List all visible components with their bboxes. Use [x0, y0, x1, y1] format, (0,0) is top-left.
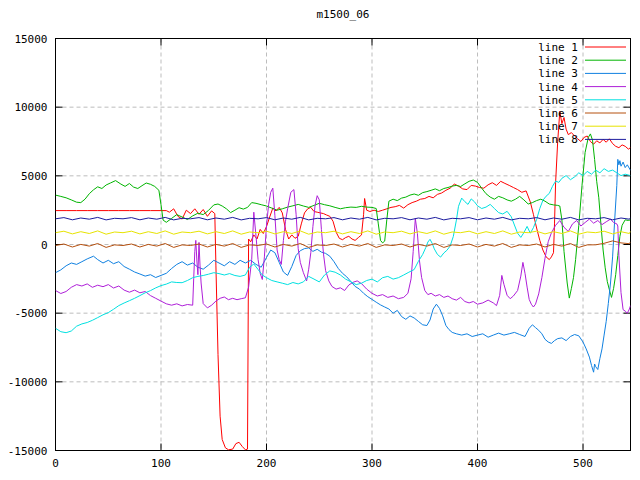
x-tick-label: 500: [573, 457, 593, 470]
series-line-1: [56, 111, 631, 450]
data-series: [56, 111, 631, 450]
x-tick-label: 300: [362, 457, 382, 470]
legend-label-1: line 1: [538, 41, 578, 54]
legend-label-4: line 4: [538, 81, 578, 94]
x-tick-label: 200: [257, 457, 277, 470]
line-chart: -15000-10000-500005000100001500001002003…: [0, 0, 640, 480]
plot-window: -15000-10000-500005000100001500001002003…: [0, 0, 640, 480]
x-tick-label: 100: [151, 457, 171, 470]
x-tick-label: 400: [468, 457, 488, 470]
y-tick-label: -10000: [8, 376, 48, 389]
y-tick-label: -5000: [14, 307, 47, 320]
legend-label-6: line 6: [538, 107, 578, 120]
chart-title: m1500_06: [317, 8, 370, 21]
legend-label-2: line 2: [538, 54, 578, 67]
legend-label-7: line 7: [538, 120, 578, 133]
y-tick-label: -15000: [8, 445, 48, 458]
y-tick-label: 5000: [21, 170, 48, 183]
y-tick-label: 15000: [14, 33, 47, 46]
series-line-5: [56, 169, 631, 333]
x-tick-label: 0: [52, 457, 59, 470]
y-tick-label: 0: [41, 239, 48, 252]
legend-label-8: line 8: [538, 133, 578, 146]
legend: line 1line 2line 3line 4line 5line 6line…: [538, 41, 626, 146]
legend-label-3: line 3: [538, 67, 578, 80]
series-line-7: [56, 231, 631, 234]
y-tick-label: 10000: [14, 101, 47, 114]
series-line-8: [56, 217, 631, 220]
legend-label-5: line 5: [538, 94, 578, 107]
